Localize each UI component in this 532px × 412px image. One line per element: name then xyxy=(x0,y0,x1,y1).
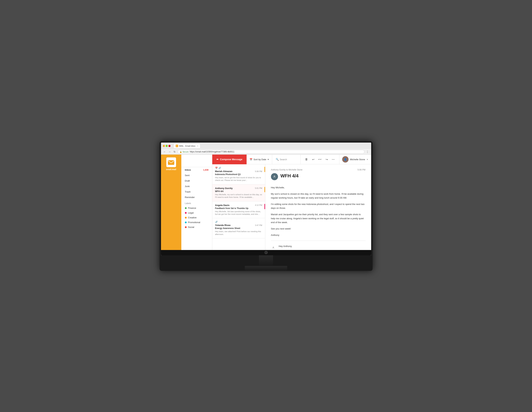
tab-title: MAIL - Email inbox xyxy=(179,145,195,147)
delete-button[interactable]: 🗑 xyxy=(304,156,309,162)
brand-logo xyxy=(166,157,176,167)
link-attachment-icon: 🔗 xyxy=(215,221,218,223)
detail-subject: WFH 4/4 xyxy=(280,173,299,179)
sender-avatar: A xyxy=(271,173,278,180)
nav-sidebar: Inbox 1,939 Sent Draft Junk Trash Remind… xyxy=(181,155,212,250)
compose-button[interactable]: ✏ Compose Message xyxy=(212,155,247,164)
monitor-stand xyxy=(161,255,371,271)
label-creative[interactable]: Creative xyxy=(181,215,212,220)
email-item[interactable]: 📅 🔗 Mariah Almazan 5:06 PM Indonesia Pho… xyxy=(212,164,265,184)
redo-button[interactable]: ↪ xyxy=(324,156,330,162)
labels-section-title: Labels xyxy=(181,200,212,206)
link-attachment-icon: 🔗 xyxy=(218,167,221,169)
minimize-button[interactable] xyxy=(163,145,165,147)
nav-item-draft[interactable]: Draft xyxy=(181,178,212,184)
email-time: 5:06 PM xyxy=(255,170,262,172)
tab-close-button[interactable]: × xyxy=(197,145,198,147)
user-profile[interactable]: 👤 Michelle Stone ▼ xyxy=(339,155,371,164)
sort-button[interactable]: 📅 Sort by Date ▼ xyxy=(247,155,272,164)
promotional-dot xyxy=(185,222,187,223)
reply-text-icon: A xyxy=(271,245,276,250)
address-bar[interactable]: 🔒 Secure https://smail.mail/10300/nrgdri… xyxy=(178,150,364,154)
browser-tab[interactable]: ✉ MAIL - Email inbox × xyxy=(173,144,201,148)
detail-meta: Anthony Gorrity to Michelle Stone xyxy=(271,169,303,171)
email-item[interactable]: Anthony Gorrity 5:01 PM WFH 4/4 Hey Mich… xyxy=(212,184,265,201)
reply-body: Hey Anthony, Family first! Make sure you… xyxy=(279,244,366,250)
browser-menu-button[interactable]: ⋮ xyxy=(366,150,369,154)
url-text: https://smail.mail/10300/nrgdrive/77389.… xyxy=(190,150,234,153)
email-preview: Hey Michelle, my son's school is closed … xyxy=(215,193,262,199)
search-icon: 🔍 xyxy=(276,158,279,161)
email-detail: Anthony Gorrity to Michelle Stone 5:06 P… xyxy=(265,164,371,250)
email-subject: Feedback from Val is Thumbs Up xyxy=(215,207,262,210)
hp-logo: Ⓓ xyxy=(264,251,268,255)
nav-item-trash[interactable]: Trash xyxy=(181,189,212,195)
tab-favicon: ✉ xyxy=(176,145,178,147)
label-legal[interactable]: Legal xyxy=(181,210,212,215)
email-sender: Mariah Almazan xyxy=(215,170,233,173)
delete-icon: 🗑 xyxy=(305,158,308,161)
email-subject: Energy Awareness Sheet xyxy=(215,227,262,229)
calendar-icon: 📅 xyxy=(250,158,252,161)
creative-dot xyxy=(185,217,187,219)
social-dot xyxy=(185,226,187,228)
email-preview: Hey team, we've got the first round of s… xyxy=(215,176,262,182)
nav-item-reminder[interactable]: Reminder xyxy=(181,195,212,200)
more-icon: ••• xyxy=(332,159,335,160)
brand-sidebar: smail.mail xyxy=(161,155,181,250)
label-finance[interactable]: Finance xyxy=(181,206,212,210)
email-time: 4:12 PM xyxy=(255,204,262,206)
email-preview: Hey team, see attached! Print before our… xyxy=(215,230,262,236)
redo-icon: ↪ xyxy=(326,158,328,161)
refresh-button[interactable]: ↻ xyxy=(173,150,177,154)
forward-button[interactable]: → xyxy=(168,150,172,154)
legal-dot xyxy=(185,212,187,214)
secure-badge: 🔒 Secure xyxy=(180,151,189,153)
reply-section: A 🔗 Hey Anthony, Family first! Make sure… xyxy=(271,244,366,250)
sort-chevron-icon: ▼ xyxy=(267,159,269,160)
close-button[interactable] xyxy=(168,145,171,147)
email-item[interactable]: Angela Davis 4:12 PM Feedback from Val i… xyxy=(212,201,265,218)
email-sender: Yolanda Rivas xyxy=(215,224,231,226)
calendar-attachment-icon: 📅 xyxy=(215,167,218,169)
email-list: 📅 🔗 Mariah Almazan 5:06 PM Indonesia Pho… xyxy=(212,164,265,250)
compose-icon: ✏ xyxy=(217,158,219,161)
user-name: Michelle Stone xyxy=(350,158,365,161)
inbox-badge: 1,939 xyxy=(203,169,208,171)
undo-icon: ↩ xyxy=(312,158,314,161)
stand-base xyxy=(245,266,287,271)
email-indicator xyxy=(264,204,265,209)
email-indicator xyxy=(264,167,265,172)
undo-button[interactable]: ↩ xyxy=(310,156,316,162)
detail-body: Hey Michelle, My son's school is closed … xyxy=(271,186,366,237)
email-sender: Angela Davis xyxy=(215,204,230,206)
stand-neck xyxy=(259,255,273,266)
email-sender: Anthony Gorrity xyxy=(215,187,233,190)
label-promotional[interactable]: Promotional xyxy=(181,220,212,225)
toolbar-actions: 🗑 ↩ ↩↩ ↪ ••• xyxy=(301,156,339,162)
email-time: 3:47 PM xyxy=(255,224,262,226)
detail-time: 5:06 PM xyxy=(358,169,366,171)
email-indicator xyxy=(264,187,265,192)
detail-divider xyxy=(271,241,366,241)
nav-item-junk[interactable]: Junk xyxy=(181,184,212,189)
maximize-button[interactable] xyxy=(166,145,168,147)
finance-dot xyxy=(185,207,187,209)
email-time: 5:01 PM xyxy=(255,187,262,189)
toolbar: ✏ Compose Message 📅 Sort by Date ▼ 🔍 Sea… xyxy=(212,155,371,164)
email-subject: Indonesia Photoshoot Q1 xyxy=(215,173,262,176)
label-social[interactable]: Social xyxy=(181,225,212,229)
nav-item-sent[interactable]: Sent xyxy=(181,173,212,178)
back-button[interactable]: ← xyxy=(163,150,167,154)
more-button[interactable]: ••• xyxy=(330,156,336,162)
avatar: 👤 xyxy=(342,156,349,163)
email-preview: Hey Michelle, Val was questioning some o… xyxy=(215,210,262,216)
svg-rect-0 xyxy=(168,160,174,165)
undo-all-button[interactable]: ↩↩ xyxy=(317,156,323,162)
nav-item-inbox[interactable]: Inbox 1,939 xyxy=(181,167,212,173)
brand-name: smail.mail xyxy=(166,168,176,171)
email-item[interactable]: 🔗 Yolanda Rivas 3:47 PM Energy Awareness… xyxy=(212,218,265,238)
search-button[interactable]: 🔍 Search xyxy=(272,155,301,164)
email-subject: WFH 4/4 xyxy=(215,190,262,193)
user-chevron-icon: ▼ xyxy=(367,159,368,160)
